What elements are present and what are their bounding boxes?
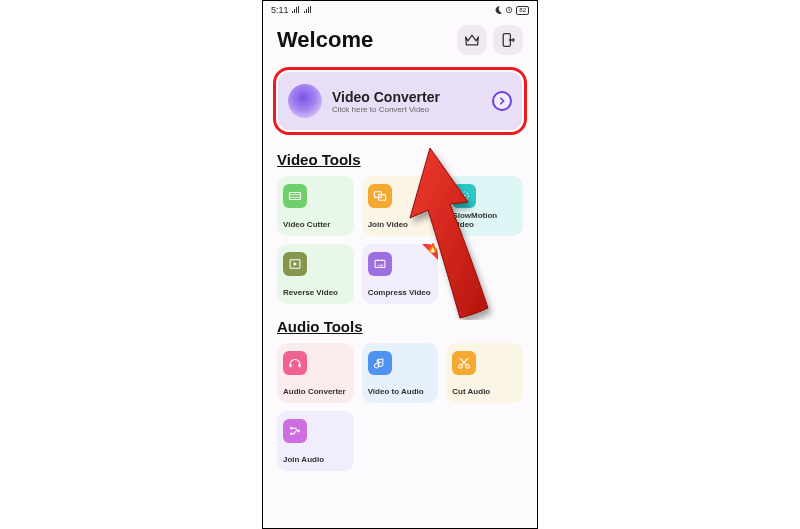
moon-icon xyxy=(494,6,502,14)
tool-label: Audio Converter xyxy=(283,388,348,397)
phone-frame: 5:11 82 Welcome Video Converter xyxy=(262,0,538,529)
video-to-audio-icon xyxy=(368,351,392,375)
svg-rect-2 xyxy=(289,193,300,200)
tool-label: Compress Video xyxy=(368,289,433,298)
go-arrow xyxy=(492,91,512,111)
tool-label: Cut Audio xyxy=(452,388,517,397)
highlight-border: Video Converter Click here to Convert Vi… xyxy=(273,67,527,135)
tool-video-to-audio[interactable]: Video to Audio xyxy=(362,343,439,403)
video-cutter-icon xyxy=(283,184,307,208)
tool-label: Video Cutter xyxy=(283,221,348,230)
tool-label: SlowMotion Video xyxy=(452,212,517,230)
signal-icon xyxy=(304,6,313,14)
join-video-icon xyxy=(368,184,392,208)
section-audio-tools: Audio Tools xyxy=(263,308,537,339)
main-card-area: Video Converter Click here to Convert Vi… xyxy=(263,63,537,141)
status-bar: 5:11 82 xyxy=(263,1,537,17)
battery-icon: 82 xyxy=(516,6,529,15)
slowmotion-icon xyxy=(452,184,476,208)
tool-label: Reverse Video xyxy=(283,289,348,298)
tool-slowmotion-video[interactable]: SlowMotion Video xyxy=(446,176,523,236)
svg-rect-9 xyxy=(299,364,301,368)
header: Welcome xyxy=(263,17,537,63)
phone-exit-icon xyxy=(500,32,516,48)
compress-video-icon xyxy=(368,252,392,276)
main-card-text: Video Converter Click here to Convert Vi… xyxy=(332,89,482,114)
audio-converter-icon xyxy=(283,351,307,375)
main-card-subtitle: Click here to Convert Video xyxy=(332,105,482,114)
crown-icon xyxy=(464,32,480,48)
svg-rect-8 xyxy=(289,364,291,368)
main-card-title: Video Converter xyxy=(332,89,482,105)
tool-cut-audio[interactable]: Cut Audio xyxy=(446,343,523,403)
tool-label: Join Video xyxy=(368,221,433,230)
tool-audio-converter[interactable]: Audio Converter xyxy=(277,343,354,403)
hot-badge xyxy=(422,244,438,260)
svg-point-12 xyxy=(290,427,293,430)
reverse-video-icon xyxy=(283,252,307,276)
tool-label: Video to Audio xyxy=(368,388,433,397)
video-tools-grid: Video Cutter Join Video SlowMotion Video… xyxy=(263,172,537,308)
signal-icon xyxy=(292,6,301,14)
chevron-right-icon xyxy=(498,97,506,105)
tool-join-video[interactable]: Join Video xyxy=(362,176,439,236)
tool-video-cutter[interactable]: Video Cutter xyxy=(277,176,354,236)
tool-compress-video[interactable]: Compress Video xyxy=(362,244,439,304)
tool-join-audio[interactable]: Join Audio xyxy=(277,411,354,471)
join-audio-icon xyxy=(283,419,307,443)
video-converter-card[interactable]: Video Converter Click here to Convert Vi… xyxy=(278,72,522,130)
audio-tools-grid: Audio Converter Video to Audio Cut Audio… xyxy=(263,339,537,475)
cut-audio-icon xyxy=(452,351,476,375)
page-title: Welcome xyxy=(277,27,373,53)
premium-button[interactable] xyxy=(457,25,487,55)
video-converter-icon xyxy=(288,84,322,118)
svg-point-13 xyxy=(290,432,293,435)
feedback-button[interactable] xyxy=(493,25,523,55)
tool-label: Join Audio xyxy=(283,456,348,465)
status-time: 5:11 xyxy=(271,5,289,15)
tool-reverse-video[interactable]: Reverse Video xyxy=(277,244,354,304)
svg-point-14 xyxy=(297,430,300,433)
alarm-icon xyxy=(505,6,513,14)
section-video-tools: Video Tools xyxy=(263,141,537,172)
svg-rect-7 xyxy=(375,261,385,268)
